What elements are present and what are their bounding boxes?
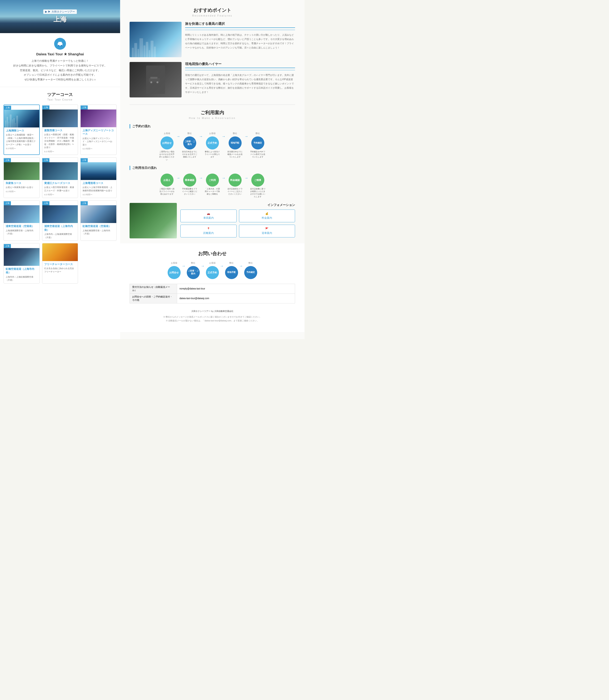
course-card-1[interactable]: 上海 上海満喫コー bbox=[3, 104, 40, 155]
feature-desc-2: 現地での運行はすべて、上海屈指の名企業「上海大友グループ」のハイヤー専門が行いま… bbox=[185, 73, 295, 95]
distance-icon: 📍 bbox=[207, 227, 210, 231]
flow2-step-5: ご精算 走行記録書に基づき精算にいただきますのでお願いいたします bbox=[249, 174, 266, 198]
course-card-5[interactable]: 上海 黄浦江クルーズコース お迎え〜西方明珠電視塔・黄浦江クルーズ・外灘〜お送り… bbox=[42, 157, 78, 198]
flow2-arrow-3: → bbox=[222, 174, 226, 180]
reservation-title: ご利用案内 bbox=[129, 109, 295, 116]
card-title-7: 浦東空港送迎（空港発） bbox=[6, 224, 38, 228]
svg-point-7 bbox=[157, 81, 158, 83]
card-badge-3: 上海 bbox=[81, 105, 88, 109]
info-btn-price[interactable]: 💰 料金案内 bbox=[239, 209, 295, 222]
intro-text: 上海での移動を専属チャーターでもっと快適に！ 好きな時間に好きな場所から、プライ… bbox=[7, 59, 113, 82]
divider-1 bbox=[129, 104, 295, 105]
card-img-11 bbox=[42, 243, 78, 261]
card-duration-6: 4.0 時間〜 bbox=[83, 193, 115, 196]
contact-label-2: お問合せへの回答・ご予約確定送付・その他 bbox=[130, 293, 177, 303]
card-title-11: フリーチャーターコース bbox=[44, 262, 76, 266]
card-desc-10: 上海市内→上海虹橋国際空港（片道） bbox=[6, 275, 38, 282]
vehicle-icon: 🚗 bbox=[207, 212, 210, 215]
card-desc-2: お迎え〜西塘古町（節庭・船舶ギャラリー・浮子里菜廊・中国文化博物館・ボタン槐栽培… bbox=[44, 133, 76, 149]
card-duration-2: 9.0 時間〜 bbox=[44, 150, 76, 153]
pickup-icon: 🚩 bbox=[265, 227, 268, 231]
course-card-2[interactable]: 上海 嘉賢西塘コース お迎え〜西塘古町（節庭・船舶ギャラリー・浮子里菜廊・中国文… bbox=[42, 104, 78, 155]
flow1-arrow-3: → bbox=[222, 132, 226, 139]
course-card-8[interactable]: 上海 浦東空港送迎（上海市内発） 上海市内→上海浦東国際空港（片道） bbox=[42, 200, 78, 241]
svg-rect-1 bbox=[58, 42, 62, 43]
feature-img-1 bbox=[129, 22, 181, 57]
intro-section: Daiwa Taxi Tour ★ Shanghai 上海での移動を専属チャータ… bbox=[0, 33, 120, 87]
price-icon: 💰 bbox=[265, 212, 268, 215]
flow2-title: ご利用当日の流れ bbox=[129, 166, 295, 170]
card-img-6 bbox=[81, 162, 116, 180]
course-card-11[interactable]: フリーチャーターコース 行き先を自由に決められる完全フリーチャーター bbox=[42, 243, 78, 284]
flow1-step-4: 弊社 現地手配 担当案日本までに確認メールをお送りいたします bbox=[227, 132, 243, 158]
card-badge-7: 上海 bbox=[4, 201, 11, 205]
flow1-step-1: お客様 お問合せ ご質問がない場合はそのまま正式予約へお進みください bbox=[159, 132, 175, 161]
contact-flow: お客様 お問合せ → 弊社 ご回答・ご案内 → お客様 正式予約 → 弊社 現地… bbox=[129, 261, 295, 279]
card-title-4: 朱家角コース bbox=[6, 182, 38, 185]
flow2-arrow-4: → bbox=[244, 174, 248, 180]
card-img-7 bbox=[4, 205, 39, 223]
card-duration-1: 8.0 時間〜 bbox=[6, 147, 37, 150]
flow1-step-3: お客様 正式予約 事情により担当ドライバーが異なります bbox=[204, 132, 221, 158]
card-img-5 bbox=[42, 162, 78, 180]
card-desc-6: お迎え〜上海方明珠電視塔・上海都市歴史発展陳列館〜お送り bbox=[83, 186, 115, 192]
info-buttons: 🚗 車両案内 💰 料金案内 📍 距離案内 🚩 bbox=[180, 209, 295, 237]
card-img-4 bbox=[4, 162, 39, 180]
feature-card-2: 現地屈指の優良ハイヤー 現地での運行はすべて、上海屈指の名企業「上海大友グループ… bbox=[129, 62, 295, 98]
flow1-arrow-4: → bbox=[244, 132, 248, 139]
contact-row-2: お問合せへの回答・ご予約確定送付・その他 daiwa-taxi-tour@dai… bbox=[130, 293, 295, 303]
card-title-10: 虹橋空港送迎（上海市内発） bbox=[6, 267, 38, 275]
info-btn-pickup[interactable]: 🚩 迎車案内 bbox=[239, 225, 295, 237]
card-img-2 bbox=[42, 109, 78, 127]
svg-point-2 bbox=[58, 45, 59, 46]
card-desc-3: お迎え〜上海ディズニーランド・上海ディズニータウン〜お送り bbox=[83, 137, 115, 147]
card-duration-3: 6.0 時間〜 bbox=[83, 147, 115, 150]
card-title-1: 上海満喫コース bbox=[6, 129, 37, 133]
svg-point-6 bbox=[150, 81, 152, 83]
card-badge-8: 上海 bbox=[42, 201, 49, 205]
flow1-arrow-1: → bbox=[176, 132, 180, 139]
info-btn-vehicle[interactable]: 🚗 車両案内 bbox=[180, 209, 237, 222]
course-card-6[interactable]: 上海 上海電視塔コース お迎え〜上海方明珠電視塔・上海都市歴史発展陳列館〜お送り… bbox=[81, 157, 117, 198]
card-title-9: 虹橋空港送迎（空港発） bbox=[83, 224, 115, 228]
info-section: インフォメーション 🚗 車両案内 💰 料金案内 📍 距離案内 bbox=[129, 203, 295, 238]
svg-rect-5 bbox=[150, 77, 157, 79]
card-badge-10: 上海 bbox=[4, 244, 11, 248]
flow2-step-4: 料金確認 走行記録表をドライバーにご記入くださいください bbox=[227, 174, 243, 195]
flow1-arrow-2: → bbox=[199, 132, 203, 139]
contact-footer: 大和タクシーツアー by 大和自動車交通会社 ※ 弊社からのメッセージが迷惑メー… bbox=[129, 307, 295, 325]
card-badge-2: 上海 bbox=[42, 105, 49, 109]
card-badge-6: 上海 bbox=[81, 158, 88, 162]
hero-title: 上海 bbox=[53, 15, 67, 24]
course-card-4[interactable]: 上海 朱家角コース お迎え〜朱家角古鎮〜お送り 4.0 時間〜 bbox=[3, 157, 40, 198]
recommended-title: おすすめポイント bbox=[129, 7, 295, 14]
card-desc-8: 上海市内→上海浦東国際空港（片道） bbox=[44, 233, 76, 239]
card-img-9 bbox=[81, 205, 116, 223]
card-duration-5: 4.0 時間〜 bbox=[44, 193, 76, 196]
hero-badge: ▶ ▶ 大和タクシーツアー bbox=[43, 10, 76, 14]
feature-title-1: 旅を快適にする最高の選択 bbox=[185, 22, 295, 28]
card-desc-7: 上海浦東国際空港→上海市内（片道） bbox=[6, 229, 38, 236]
taxi-icon bbox=[54, 38, 66, 50]
course-card-3[interactable]: 上海 上海ディズニーリゾートコース お迎え〜上海ディズニーランド・上海ディズニー… bbox=[81, 104, 117, 155]
flow2-step-2: 乗車確認 予約確認書をドライバーに確認くださいください bbox=[181, 174, 198, 195]
card-img-8 bbox=[42, 205, 78, 223]
contact-row-1: 受付方法のお知らせ（自動返信メール） noreply@daiwa-taxi-to… bbox=[130, 284, 295, 293]
contact-table: 受付方法のお知らせ（自動返信メール） noreply@daiwa-taxi-to… bbox=[129, 284, 295, 303]
courses-title: ツアーコース bbox=[3, 92, 117, 98]
card-desc-11: 行き先を自由に決められる完全フリーチャーター bbox=[44, 267, 76, 273]
course-card-10[interactable]: 上海 虹橋空港送迎（上海市内発） 上海市内→上海虹橋国際空港（片道） bbox=[3, 243, 40, 284]
card-desc-4: お迎え〜朱家角古鎮〜お送り bbox=[6, 186, 38, 189]
feature-title-2: 現地屈指の優良ハイヤー bbox=[185, 62, 295, 68]
flow1-title: ご予約の流れ bbox=[129, 124, 295, 129]
info-btn-distance[interactable]: 📍 距離案内 bbox=[180, 225, 237, 237]
course-card-7[interactable]: 上海 浦東空港送迎（空港発） 上海浦東国際空港→上海市内（片道） bbox=[3, 200, 40, 241]
svg-point-3 bbox=[61, 45, 62, 46]
course-card-9[interactable]: 上海 虹橋空港送迎（空港発） 上海虹橋国際空港→上海市内（片道） bbox=[81, 200, 117, 241]
recommended-subtitle: Recommended Features bbox=[129, 14, 295, 17]
intro-title: Daiwa Taxi Tour ★ Shanghai bbox=[7, 52, 113, 56]
flow1-step-5: 弊社 予約確定 予約確定をPDFファイル形式でお送りいたします bbox=[249, 132, 266, 158]
card-title-2: 嘉賢西塘コース bbox=[44, 129, 76, 132]
card-badge-9: 上海 bbox=[81, 201, 88, 205]
card-title-5: 黄浦江クルーズコース bbox=[44, 182, 76, 185]
